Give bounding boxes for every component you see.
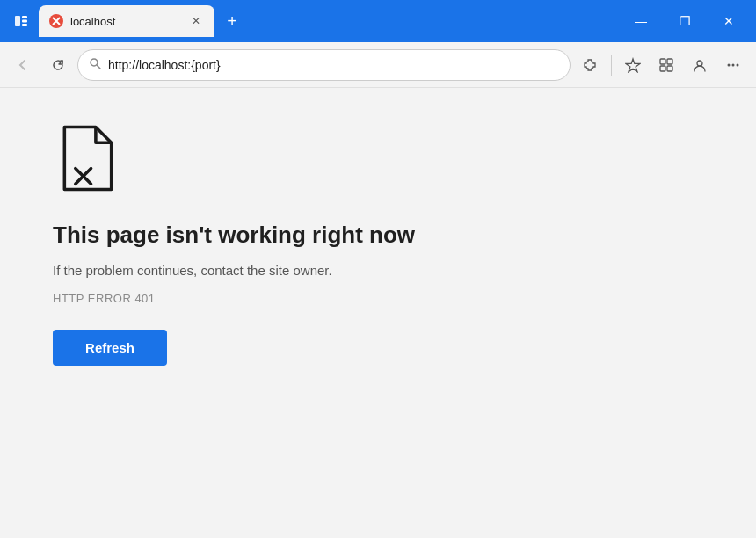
tab-close-button[interactable]: ✕	[188, 13, 204, 29]
refresh-button[interactable]: Refresh	[53, 330, 167, 366]
nav-bar	[0, 42, 756, 88]
svg-rect-11	[667, 66, 672, 71]
browser-window: localhost ✕ + — ❐ ✕	[0, 0, 756, 538]
svg-rect-2	[22, 20, 27, 23]
title-bar: localhost ✕ + — ❐ ✕	[0, 0, 756, 42]
maximize-button[interactable]: ❐	[665, 7, 705, 35]
search-icon	[89, 57, 101, 72]
svg-rect-3	[22, 24, 27, 26]
svg-line-7	[98, 66, 101, 69]
nav-actions	[574, 49, 749, 81]
more-button[interactable]	[717, 49, 749, 81]
svg-rect-8	[660, 59, 665, 64]
svg-point-13	[728, 63, 731, 66]
address-bar-container[interactable]	[77, 49, 571, 81]
window-controls: — ❐ ✕	[621, 7, 749, 35]
svg-rect-0	[15, 16, 20, 26]
svg-point-12	[697, 61, 702, 66]
svg-point-15	[737, 63, 739, 66]
svg-rect-9	[667, 59, 672, 64]
close-button[interactable]: ✕	[709, 7, 749, 35]
svg-rect-1	[22, 16, 27, 18]
error-description: If the problem continues, contact the si…	[53, 263, 703, 278]
profile-button[interactable]	[684, 49, 716, 81]
address-input[interactable]	[108, 58, 559, 72]
svg-point-6	[91, 59, 98, 66]
favorites-button[interactable]	[617, 49, 649, 81]
extensions-button[interactable]	[574, 49, 606, 81]
browser-tab[interactable]: localhost ✕	[39, 5, 214, 37]
http-error-code: HTTP ERROR 401	[53, 292, 703, 305]
svg-rect-10	[660, 66, 665, 71]
error-icon	[53, 123, 123, 193]
svg-point-14	[732, 63, 735, 66]
collections-button[interactable]	[651, 49, 682, 81]
sidebar-toggle-button[interactable]	[7, 7, 35, 35]
refresh-nav-button[interactable]	[42, 49, 74, 81]
nav-divider	[611, 55, 612, 76]
new-tab-button[interactable]: +	[218, 7, 246, 35]
error-title: This page isn't working right now	[53, 222, 703, 249]
page-content: This page isn't working right now If the…	[0, 88, 756, 538]
tab-favicon	[49, 14, 63, 28]
minimize-button[interactable]: —	[621, 7, 661, 35]
title-bar-left: localhost ✕ +	[7, 5, 246, 37]
back-button[interactable]	[7, 49, 39, 81]
tab-title: localhost	[70, 15, 181, 28]
